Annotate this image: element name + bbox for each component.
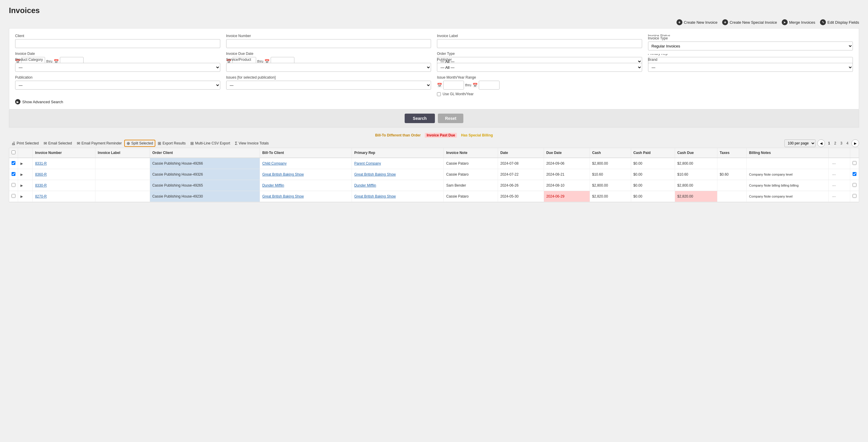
invoice-number-input[interactable] (226, 39, 431, 48)
row-checkbox[interactable] (11, 172, 16, 176)
client-label: Client (15, 34, 220, 38)
invoice-label-cell (95, 169, 150, 180)
email-selected-button[interactable]: ✉ Email Selected (41, 140, 74, 147)
export-results-button[interactable]: ⊞ Export Results (155, 140, 188, 147)
form-row-4: Publication — Issues [for selected publi… (15, 75, 853, 96)
bill-to-client-link[interactable]: Great British Baking Show (262, 172, 304, 177)
reset-button[interactable]: Reset (438, 114, 463, 123)
advanced-search-toggle[interactable]: ▶ Show Advanced Search (15, 99, 853, 105)
row-extra-checkbox[interactable] (852, 172, 857, 176)
billing-notes-cell: Company Note company level (746, 191, 829, 202)
expand-button[interactable]: ▶ (21, 173, 23, 176)
header-cash-due: Cash Due (675, 148, 717, 158)
search-panel: Client Invoice Number Invoice Label Invo… (9, 28, 859, 110)
row-extra-checkbox[interactable] (852, 183, 857, 187)
invoice-number-label: Invoice Number (226, 34, 431, 38)
invoice-number-link[interactable]: 8270-R (35, 194, 46, 199)
primary-rep-link[interactable]: Dunder Mifflin (354, 183, 376, 187)
issues-select[interactable]: — (226, 81, 431, 90)
taxes-cell (717, 158, 746, 169)
invoice-date-label: Invoice Date (15, 52, 220, 56)
page-1[interactable]: 1 (827, 141, 831, 146)
edit-circle-icon: ✎ (820, 19, 826, 25)
bill-to-client-link[interactable]: Great British Baking Show (262, 194, 304, 199)
next-page-button[interactable]: ▶ (851, 140, 859, 147)
expand-button[interactable]: ▶ (21, 195, 23, 198)
order-client-cell: Cassie Publishing House-49230 (150, 191, 260, 202)
invoice-label-cell (95, 158, 150, 169)
row-extra-checkbox[interactable] (852, 161, 857, 165)
invoice-number-link[interactable]: 8331-R (35, 161, 46, 166)
page-2[interactable]: 2 (833, 141, 837, 146)
create-new-invoice-button[interactable]: + Create New Invoice (677, 19, 717, 25)
due-date-cell: 2024-08-21 (544, 169, 590, 180)
header-cash-paid: Cash Paid (631, 148, 675, 158)
service-product-select[interactable] (226, 63, 431, 72)
more-options-button[interactable]: ··· (831, 182, 837, 188)
invoice-label-input[interactable] (437, 39, 642, 48)
split-icon: ⊕ (127, 141, 130, 146)
issue-month-year-to-input[interactable] (479, 81, 499, 90)
expand-button[interactable]: ▶ (21, 184, 23, 187)
header-select-all[interactable] (9, 148, 18, 158)
row-checkbox[interactable] (11, 183, 16, 187)
header-taxes: Taxes (717, 148, 746, 158)
calendar-icon-6: 📅 (472, 83, 477, 88)
primary-rep-link[interactable]: Great British Baking Show (354, 172, 396, 177)
publisher-select[interactable]: — All — (437, 63, 642, 72)
table-header-row: Invoice Number Invoice Label Order Clien… (9, 148, 859, 158)
client-input[interactable] (15, 39, 220, 48)
invoice-number-link[interactable]: 8330-R (35, 183, 46, 187)
multi-line-csv-button[interactable]: ⊞ Multi-Line CSV Export (188, 140, 232, 147)
legend-special-billing: Has Special Billing (461, 133, 493, 137)
view-invoice-totals-button[interactable]: Σ View Invoice Totals (232, 140, 271, 147)
merge-invoices-button[interactable]: ➤ Merge Invoices (782, 19, 815, 25)
print-selected-button[interactable]: 🖨 Print Selected (9, 140, 41, 147)
sigma-icon: Σ (235, 141, 238, 146)
row-checkbox[interactable] (11, 161, 16, 165)
page-title: Invoices (9, 6, 859, 15)
page-3[interactable]: 3 (839, 141, 844, 146)
legend-bill-to: Bill-To Different than Order (375, 133, 421, 137)
cash-due-cell: $2,800.00 (675, 180, 717, 191)
row-checkbox[interactable] (11, 194, 16, 198)
invoice-due-date-label: Invoice Due Date (226, 52, 431, 56)
bill-to-client-link[interactable]: Dunder Mifflin (262, 183, 284, 187)
invoice-number-link[interactable]: 8360-R (35, 172, 46, 177)
legend-row: Bill-To Different than Order Invoice Pas… (9, 133, 859, 138)
product-category-select[interactable]: — (15, 63, 220, 72)
use-gl-month-year-checkbox[interactable] (437, 92, 441, 96)
more-options-button[interactable]: ··· (831, 160, 837, 167)
invoice-label-cell (95, 191, 150, 202)
issue-month-year-from-input[interactable] (443, 81, 464, 90)
header-invoice-note: Invoice Note (444, 148, 498, 158)
primary-rep-link[interactable]: Great British Baking Show (354, 194, 396, 199)
brand-select[interactable]: — (648, 63, 853, 72)
expand-button[interactable]: ▶ (21, 162, 23, 165)
pagination-area: 25 per page 50 per page 100 per page 200… (784, 140, 859, 147)
per-page-select[interactable]: 25 per page 50 per page 100 per page 200… (784, 140, 815, 147)
publication-select[interactable]: — (15, 81, 220, 90)
select-all-checkbox[interactable] (11, 150, 16, 154)
invoice-type-select[interactable]: Regular Invoices Special Invoices All (648, 41, 853, 51)
email-reminder-icon: ✉ (77, 141, 80, 146)
primary-rep-link[interactable]: Parent Company (354, 161, 381, 166)
results-toolbar: 🖨 Print Selected ✉ Email Selected ✉ Emai… (9, 140, 859, 147)
prev-page-button[interactable]: ◀ (817, 140, 825, 147)
page-4[interactable]: 4 (845, 141, 849, 146)
row-extra-checkbox[interactable] (852, 194, 857, 198)
create-new-special-invoice-button[interactable]: + Create New Special Invoice (722, 19, 777, 25)
split-selected-button[interactable]: ⊕ Split Selected (124, 140, 155, 147)
more-options-button[interactable]: ··· (831, 194, 837, 199)
bill-to-client-link[interactable]: Child Company (262, 161, 287, 166)
header-invoice-number: Invoice Number (33, 148, 95, 158)
more-options-button[interactable]: ··· (831, 172, 837, 177)
email-payment-reminder-button[interactable]: ✉ Email Payment Reminder (74, 140, 124, 147)
brand-label: Brand (648, 58, 853, 62)
header-actions (829, 148, 850, 158)
cash-cell: $2,800.00 (590, 158, 631, 169)
search-button[interactable]: Search (405, 114, 435, 123)
service-product-label: Service/Product (226, 58, 431, 62)
header-extra (850, 148, 859, 158)
edit-display-fields-button[interactable]: ✎ Edit Display Fields (820, 19, 859, 25)
